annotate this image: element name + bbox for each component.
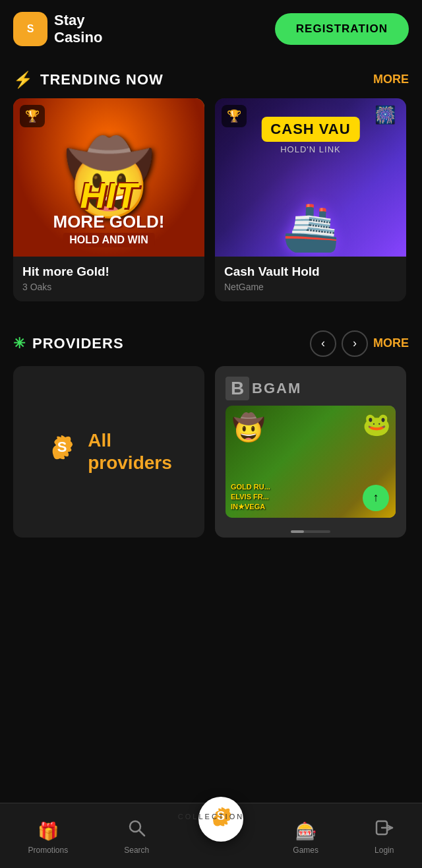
registration-button[interactable]: REGISTRATION	[275, 13, 409, 45]
games-icon: 🎰	[295, 821, 316, 842]
all-providers-inner: S All providers	[45, 429, 172, 474]
provider-icon: ✳	[13, 335, 26, 352]
providers-scroll: S All providers B BGAM 🤠 🐸 G	[0, 366, 422, 557]
cash-vault-box-text: CASH VAU	[270, 121, 350, 137]
game-card-info-2: Cash Vault Hold NetGame	[215, 257, 406, 301]
nav-item-promotions[interactable]: 🎁 Promotions	[22, 821, 75, 855]
nav-item-search[interactable]: Search	[117, 819, 156, 855]
game-card-hit-more-gold[interactable]: 🏆 🤠 HIT MORE GOLD! HOLD AND WIN Hit more…	[13, 98, 204, 301]
nav-label-search: Search	[124, 846, 149, 855]
scroll-indicator-area	[215, 528, 406, 538]
game-card-image-2: 🏆 🎆 CASH VAU HOLD'N LINK 🚢	[215, 98, 406, 257]
hit-text: HIT	[21, 177, 197, 213]
trending-header: ⚡ TRENDING NOW MORE	[0, 59, 422, 98]
providers-section: ✳ PROVIDERS ‹ › MORE S Al	[0, 321, 422, 557]
bottom-nav: 🎁 Promotions Search S 🎰 Games	[0, 803, 422, 868]
provider-nav: ‹ › MORE	[310, 330, 409, 357]
scroll-indicator-thumb	[291, 530, 304, 533]
game-preview-text: GOLD RU...ELVIS FR...IN★VEGA	[231, 482, 363, 512]
trending-section: ⚡ TRENDING NOW MORE 🏆 🤠 HIT MORE GOLD!	[0, 59, 422, 315]
trending-more-link[interactable]: MORE	[373, 73, 409, 86]
trending-scroll: 🏆 🤠 HIT MORE GOLD! HOLD AND WIN Hit more…	[0, 98, 422, 315]
game-card-image-1: 🏆 🤠 HIT MORE GOLD! HOLD AND WIN	[13, 98, 204, 257]
svg-line-3	[139, 830, 144, 836]
nav-item-login[interactable]: Login	[368, 819, 400, 855]
hold-win-text: HOLD AND WIN	[63, 233, 154, 247]
provider-prev-button[interactable]: ‹	[310, 330, 336, 357]
logo-icon: S	[13, 12, 47, 46]
more-gold-text: MORE GOLD!	[21, 213, 197, 230]
nav-label-games: Games	[293, 846, 318, 855]
game-name-1: Hit more Gold!	[22, 264, 195, 279]
logo-text: Stay Casino	[54, 12, 102, 47]
svg-text:S: S	[57, 439, 67, 455]
providers-more-link[interactable]: MORE	[373, 336, 409, 350]
provider-next-button[interactable]: ›	[342, 330, 368, 357]
collection-watermark: COLLECTION	[178, 810, 244, 822]
nav-item-games[interactable]: 🎰 Games	[286, 821, 325, 855]
all-providers-card[interactable]: S All providers	[13, 366, 204, 538]
bgaming-logo-area: B BGAM	[215, 366, 406, 406]
game-provider-1: 3 Oaks	[22, 282, 195, 292]
frog-icon: 🐸	[363, 411, 390, 437]
hold-link-text: HOLD'N LINK	[229, 144, 392, 154]
lightning-icon: ⚡	[13, 71, 34, 89]
nav-label-login: Login	[375, 846, 394, 855]
game-card-info-1: Hit more Gold! 3 Oaks	[13, 257, 204, 301]
bgaming-card[interactable]: B BGAM 🤠 🐸 GOLD RU...ELVIS FR...IN★VEGA …	[215, 366, 406, 538]
all-providers-logo-icon: S	[45, 432, 78, 472]
gift-icon: 🎁	[38, 821, 59, 842]
trending-title: ⚡ TRENDING NOW	[13, 71, 164, 89]
nav-label-promotions: Promotions	[28, 846, 69, 855]
providers-header: ✳ PROVIDERS ‹ › MORE	[0, 321, 422, 366]
bgaming-game-preview: 🤠 🐸 GOLD RU...ELVIS FR...IN★VEGA ↑	[226, 406, 396, 518]
providers-title: ✳ PROVIDERS	[13, 335, 124, 352]
cowboy-icon: 🤠	[232, 412, 265, 443]
bgaming-label: BGAM	[252, 380, 301, 397]
search-icon	[127, 819, 146, 842]
scroll-indicator	[291, 530, 330, 533]
header: S Stay Casino REGISTRATION	[0, 0, 422, 59]
game-name-2: Cash Vault Hold	[224, 264, 397, 279]
bgaming-b-icon: B	[226, 377, 249, 400]
game-provider-2: NetGame	[224, 282, 397, 292]
bgaming-upload-btn[interactable]: ↑	[363, 485, 389, 511]
svg-text:S: S	[27, 23, 34, 34]
game-card-cash-vault[interactable]: 🏆 🎆 CASH VAU HOLD'N LINK 🚢 Cash Vault Ho…	[215, 98, 406, 301]
all-providers-text: All providers	[88, 429, 172, 474]
logo-area: S Stay Casino	[13, 12, 102, 47]
login-icon	[375, 819, 394, 842]
main-content: S Stay Casino REGISTRATION ⚡ TRENDING NO…	[0, 0, 422, 623]
ship-icon: 🚢	[282, 204, 340, 250]
